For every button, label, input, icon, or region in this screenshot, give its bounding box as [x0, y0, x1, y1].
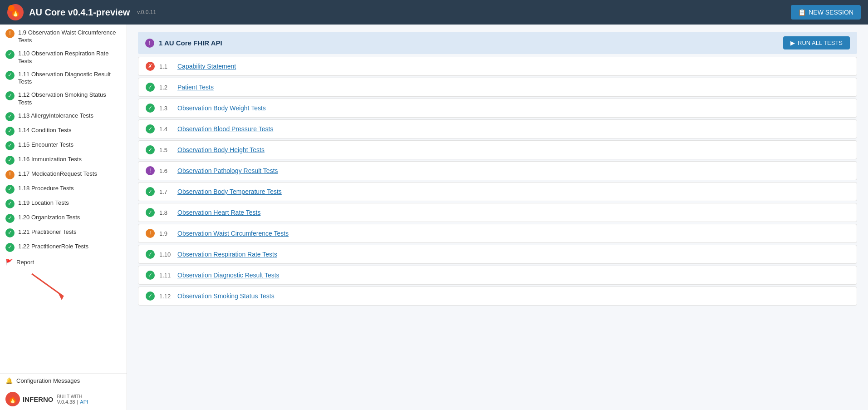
- svg-line-0: [32, 274, 64, 296]
- test-row-1.6[interactable]: ! 1.6 Observation Pathology Result Tests: [138, 161, 857, 180]
- new-session-icon: 📋: [798, 9, 806, 16]
- test-row-1.9[interactable]: ! 1.9 Observation Waist Circumference Te…: [138, 224, 857, 243]
- status-icon: ✓: [146, 145, 155, 154]
- test-row-1.4[interactable]: ✓ 1.4 Observation Blood Pressure Tests: [138, 119, 857, 138]
- test-row-1.11[interactable]: ✓ 1.11 Observation Diagnostic Result Tes…: [138, 266, 857, 285]
- play-icon: ▶: [790, 40, 795, 46]
- version-links: V.0.4.38 | API: [57, 399, 88, 405]
- sidebar-item-label: 1.14 Condition Tests: [18, 127, 72, 134]
- status-icon: ✓: [5, 243, 15, 252]
- status-icon: !: [146, 166, 155, 175]
- sidebar-item-1.20[interactable]: ✓ 1.20 Organization Tests: [0, 211, 127, 226]
- sidebar-item-1.16[interactable]: ✓ 1.16 Immunization Tests: [0, 153, 127, 168]
- sidebar-item-label: 1.19 Location Tests: [18, 199, 69, 207]
- test-link[interactable]: Observation Body Temperature Tests: [177, 188, 282, 195]
- new-session-button[interactable]: 📋 NEW SESSION: [791, 5, 861, 20]
- sidebar-item-1.21[interactable]: ✓ 1.21 Practitioner Tests: [0, 226, 127, 240]
- new-session-label: NEW SESSION: [809, 9, 853, 16]
- test-link[interactable]: Observation Heart Rate Tests: [177, 209, 260, 216]
- sidebar-item-1.10[interactable]: ✓ 1.10 Observation Respiration Rate Test…: [0, 47, 127, 68]
- status-icon: ✓: [146, 187, 155, 196]
- sidebar-item-1.18[interactable]: ✓ 1.18 Procedure Tests: [0, 182, 127, 197]
- test-link[interactable]: Observation Body Height Tests: [177, 146, 265, 153]
- test-number: 1.11: [159, 272, 173, 279]
- status-icon: ✓: [146, 83, 155, 92]
- api-link[interactable]: API: [80, 399, 88, 405]
- test-link[interactable]: Observation Waist Circumference Tests: [177, 230, 289, 237]
- test-number: 1.7: [159, 188, 173, 195]
- test-row-1.5[interactable]: ✓ 1.5 Observation Body Height Tests: [138, 140, 857, 159]
- test-link[interactable]: Observation Body Weight Tests: [177, 104, 266, 112]
- sidebar-item-1.13[interactable]: ✓ 1.13 AllergyIntolerance Tests: [0, 109, 127, 124]
- status-icon: ✓: [5, 91, 15, 100]
- test-row-1.1[interactable]: ✗ 1.1 Capability Statement: [138, 57, 857, 76]
- sidebar-item-label: 1.15 Encounter Tests: [18, 141, 74, 149]
- report-label: Report: [16, 259, 34, 266]
- sidebar-item-1.9[interactable]: ! 1.9 Observation Waist Circumference Te…: [0, 26, 127, 47]
- test-row-1.7[interactable]: ✓ 1.7 Observation Body Temperature Tests: [138, 182, 857, 201]
- test-row-left: ✓ 1.11 Observation Diagnostic Result Tes…: [146, 271, 280, 280]
- test-link[interactable]: Observation Pathology Result Tests: [177, 167, 278, 174]
- test-link[interactable]: Observation Diagnostic Result Tests: [177, 272, 280, 279]
- test-number: 1.1: [159, 63, 173, 70]
- sidebar-item-1.15[interactable]: ✓ 1.15 Encounter Tests: [0, 138, 127, 153]
- status-icon: ✓: [5, 127, 15, 136]
- sidebar: ! 1.9 Observation Waist Circumference Te…: [0, 25, 127, 410]
- flag-icon: 🚩: [5, 259, 13, 266]
- group-title: 1 AU Core FHIR API: [159, 39, 222, 47]
- test-row-1.2[interactable]: ✓ 1.2 Patient Tests: [138, 78, 857, 97]
- sidebar-report-item[interactable]: 🚩 Report: [0, 255, 127, 269]
- sidebar-item-label: 1.18 Procedure Tests: [18, 185, 74, 193]
- footer-version-info: BUILT WITH V.0.4.38 | API: [57, 394, 88, 405]
- run-all-label: RUN ALL TESTS: [798, 40, 843, 46]
- test-row-1.12[interactable]: ✓ 1.12 Observation Smoking Status Tests: [138, 287, 857, 306]
- header-left: 🔥 AU Core v0.4.1-preview v.0.0.11: [7, 4, 156, 20]
- test-number: 1.12: [159, 293, 173, 300]
- status-icon: ✓: [5, 50, 15, 59]
- status-icon: ✓: [5, 112, 15, 121]
- sidebar-item-1.11[interactable]: ✓ 1.11 Observation Diagnostic Result Tes…: [0, 68, 127, 89]
- test-link[interactable]: Capability Statement: [177, 63, 236, 70]
- test-number: 1.6: [159, 168, 173, 174]
- sidebar-item-1.19[interactable]: ✓ 1.19 Location Tests: [0, 197, 127, 211]
- test-number: 1.5: [159, 147, 173, 153]
- sidebar-item-label: 1.12 Observation Smoking Status Tests: [18, 91, 121, 107]
- test-link[interactable]: Patient Tests: [177, 84, 214, 91]
- run-all-tests-button[interactable]: ▶ RUN ALL TESTS: [783, 36, 850, 49]
- bell-icon: 🔔: [5, 377, 13, 384]
- test-group-header[interactable]: ! 1 AU Core FHIR API ▶ RUN ALL TESTS: [138, 32, 857, 54]
- test-row-left: ✓ 1.7 Observation Body Temperature Tests: [146, 187, 282, 196]
- arrow-annotation: [0, 269, 127, 306]
- test-number: 1.8: [159, 209, 173, 216]
- status-icon: ✓: [146, 291, 155, 301]
- config-messages-label: Configuration Messages: [16, 377, 80, 384]
- test-row-1.8[interactable]: ✓ 1.8 Observation Heart Rate Tests: [138, 203, 857, 222]
- red-arrow-icon: [27, 269, 82, 301]
- test-link[interactable]: Observation Smoking Status Tests: [177, 292, 275, 300]
- test-row-left: ✓ 1.3 Observation Body Weight Tests: [146, 104, 266, 113]
- sidebar-item-label: 1.17 MedicationRequest Tests: [18, 170, 97, 178]
- status-icon: ✓: [146, 124, 155, 133]
- status-icon: ✓: [5, 71, 15, 80]
- separator: |: [77, 399, 78, 405]
- status-icon: ✓: [146, 104, 155, 113]
- sidebar-item-1.14[interactable]: ✓ 1.14 Condition Tests: [0, 124, 127, 138]
- status-icon: ✓: [5, 214, 15, 223]
- test-link[interactable]: Observation Blood Pressure Tests: [177, 125, 273, 133]
- sidebar-item-1.22[interactable]: ✓ 1.22 PractitionerRole Tests: [0, 240, 127, 255]
- sidebar-item-1.17[interactable]: ! 1.17 MedicationRequest Tests: [0, 168, 127, 182]
- sidebar-item-label: 1.22 PractitionerRole Tests: [18, 243, 88, 251]
- app-version: v.0.0.11: [137, 9, 156, 15]
- sidebar-item-1.12[interactable]: ✓ 1.12 Observation Smoking Status Tests: [0, 89, 127, 109]
- test-row-1.3[interactable]: ✓ 1.3 Observation Body Weight Tests: [138, 99, 857, 118]
- test-row-left: ✓ 1.10 Observation Respiration Rate Test…: [146, 250, 277, 259]
- main-layout: ! 1.9 Observation Waist Circumference Te…: [0, 25, 868, 410]
- config-messages-item[interactable]: 🔔 Configuration Messages: [0, 373, 127, 388]
- status-icon: ✓: [5, 185, 15, 194]
- status-icon: !: [5, 170, 15, 179]
- test-row-left: ! 1.6 Observation Pathology Result Tests: [146, 166, 278, 175]
- test-number: 1.9: [159, 230, 173, 237]
- test-row-1.10[interactable]: ✓ 1.10 Observation Respiration Rate Test…: [138, 245, 857, 264]
- test-link[interactable]: Observation Respiration Rate Tests: [177, 251, 277, 258]
- inferno-logo: 🔥 INFERNO: [5, 392, 54, 406]
